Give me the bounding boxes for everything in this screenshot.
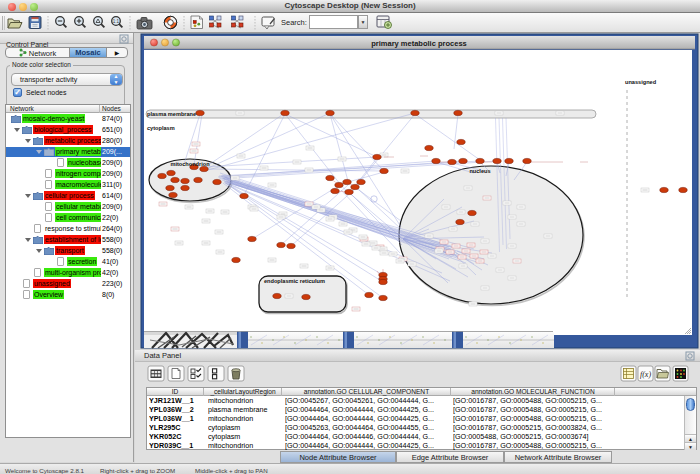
svg-text:primary metabolic process: primary metabolic process — [371, 39, 466, 48]
svg-text:1:1: 1:1 — [113, 19, 120, 24]
svg-text:endoplasmic reticulum: endoplasmic reticulum — [264, 278, 325, 284]
svg-text:f(x): f(x) — [640, 370, 651, 379]
svg-text:cytoplasm: cytoplasm — [147, 125, 175, 131]
svg-text:mitochondrion: mitochondrion — [170, 161, 210, 167]
svg-text:plasma membrane: plasma membrane — [147, 111, 196, 117]
svg-text:nucleus: nucleus — [469, 168, 490, 174]
svg-text:unassigned: unassigned — [625, 79, 657, 85]
